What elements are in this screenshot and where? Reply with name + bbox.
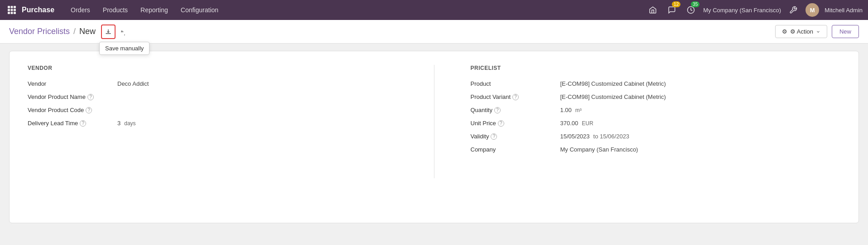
unit-price-currency: EUR	[582, 120, 593, 127]
menu-orders[interactable]: Orders	[65, 4, 96, 16]
vendor-product-name-label: Vendor Product Name ?	[28, 93, 114, 100]
company-value: My Company (San Francisco)	[560, 146, 841, 153]
breadcrumb-right: ⚙ ⚙ Action New	[775, 25, 859, 38]
activity-badge: 35	[691, 1, 699, 7]
vendor-section: VENDOR Vendor Deco Addict Vendor Product…	[28, 65, 398, 178]
pricelist-section: PRICELIST Product [E-COM98] Customized C…	[471, 65, 841, 178]
delivery-lead-time-unit: days	[124, 120, 135, 127]
svg-rect-7	[11, 12, 13, 14]
settings-icon[interactable]	[786, 3, 800, 17]
menu-configuration[interactable]: Configuration	[175, 4, 224, 16]
delivery-lead-time-value: 3 days	[117, 120, 398, 127]
vendor-label: Vendor	[28, 80, 114, 87]
svg-rect-5	[14, 9, 16, 11]
svg-rect-4	[11, 9, 13, 11]
quantity-unit: m³	[575, 107, 582, 113]
validity-value: 15/05/2023 to 15/06/2023	[560, 133, 841, 140]
unit-price-value: 370.00 EUR	[560, 120, 841, 127]
breadcrumb-actions: Save manually	[101, 24, 131, 39]
apps-icon[interactable]	[5, 4, 18, 16]
hint-icon[interactable]: ?	[87, 94, 94, 100]
breadcrumb-parent[interactable]: Vendor Pricelists	[9, 27, 70, 36]
home-icon[interactable]	[646, 3, 660, 17]
navbar: Purchase Orders Products Reporting Confi…	[0, 0, 868, 20]
product-variant-value: [E-COM98] Customized Cabinet (Metric)	[560, 93, 841, 100]
hint-icon[interactable]: ?	[512, 94, 519, 100]
field-row-product: Product [E-COM98] Customized Cabinet (Me…	[471, 80, 841, 87]
validity-label: Validity ?	[471, 133, 557, 140]
vendor-section-title: VENDOR	[28, 65, 398, 73]
field-row-delivery-lead-time: Delivery Lead Time ? 3 days	[28, 120, 398, 127]
field-row-company: Company My Company (San Francisco)	[471, 146, 841, 153]
messages-badge: 12	[672, 1, 680, 7]
avatar-initials: M	[810, 7, 815, 14]
main-content: VENDOR Vendor Deco Addict Vendor Product…	[0, 44, 868, 245]
chevron-down-icon	[816, 29, 820, 34]
quantity-value: 1.00 m³	[560, 107, 841, 113]
quantity-label: Quantity ?	[471, 107, 557, 113]
breadcrumb-bar: Vendor Pricelists / New Save manually ⚙	[0, 20, 868, 44]
hint-icon[interactable]: ?	[491, 133, 497, 140]
save-btn-wrap: Save manually	[101, 24, 116, 39]
field-row-vendor: Vendor Deco Addict	[28, 80, 398, 87]
product-value: [E-COM98] Customized Cabinet (Metric)	[560, 80, 841, 87]
action-button[interactable]: ⚙ ⚙ Action	[775, 25, 827, 38]
product-label: Product	[471, 80, 557, 87]
delivery-lead-time-label: Delivery Lead Time ?	[28, 120, 114, 127]
company-name: My Company (San Francisco)	[703, 7, 781, 14]
avatar[interactable]: M	[805, 3, 819, 17]
pricelist-section-title: PRICELIST	[471, 65, 841, 73]
field-row-vendor-product-code: Vendor Product Code ?	[28, 107, 398, 113]
vendor-product-code-label: Vendor Product Code ?	[28, 107, 114, 113]
breadcrumb: Vendor Pricelists / New	[9, 27, 96, 36]
field-row-product-variant: Product Variant ? [E-COM98] Customized C…	[471, 93, 841, 100]
section-divider	[434, 65, 434, 178]
field-row-validity: Validity ? 15/05/2023 to 15/06/2023	[471, 133, 841, 140]
svg-rect-1	[11, 6, 13, 8]
hint-icon[interactable]: ?	[80, 120, 86, 127]
hint-icon[interactable]: ?	[498, 120, 504, 127]
app-name[interactable]: Purchase	[22, 6, 54, 14]
svg-rect-8	[14, 12, 16, 14]
unit-price-label: Unit Price ?	[471, 120, 557, 127]
hint-icon[interactable]: ?	[494, 107, 501, 113]
navbar-menu: Orders Products Reporting Configuration	[65, 4, 642, 16]
svg-rect-6	[8, 12, 10, 14]
field-row-vendor-product-name: Vendor Product Name ?	[28, 93, 398, 100]
vendor-value: Deco Addict	[117, 80, 398, 87]
breadcrumb-current: New	[79, 27, 96, 36]
discard-button[interactable]	[118, 25, 131, 38]
field-row-quantity: Quantity ? 1.00 m³	[471, 107, 841, 113]
field-row-unit-price: Unit Price ? 370.00 EUR	[471, 120, 841, 127]
product-variant-label: Product Variant ?	[471, 93, 557, 100]
company-label: Company	[471, 146, 557, 153]
activity-icon[interactable]: 35	[684, 3, 698, 17]
form-card: VENDOR Vendor Deco Addict Vendor Product…	[9, 51, 859, 223]
messages-icon[interactable]: 12	[665, 3, 679, 17]
new-button[interactable]: New	[832, 25, 859, 38]
hint-icon[interactable]: ?	[86, 107, 92, 113]
form-sections: VENDOR Vendor Deco Addict Vendor Product…	[28, 65, 840, 178]
username: Mitchell Admin	[825, 7, 863, 14]
menu-products[interactable]: Products	[97, 4, 133, 16]
save-button[interactable]	[101, 24, 116, 39]
menu-reporting[interactable]: Reporting	[135, 4, 174, 16]
breadcrumb-separator: /	[73, 27, 76, 36]
svg-rect-0	[8, 6, 10, 8]
navbar-right: 12 35 My Company (San Francisco) M Mitch…	[646, 3, 863, 17]
save-tooltip: Save manually	[99, 42, 149, 55]
svg-rect-2	[14, 6, 16, 8]
action-label: ⚙ Action	[790, 28, 813, 35]
svg-rect-3	[8, 9, 10, 11]
gear-icon: ⚙	[782, 28, 787, 35]
